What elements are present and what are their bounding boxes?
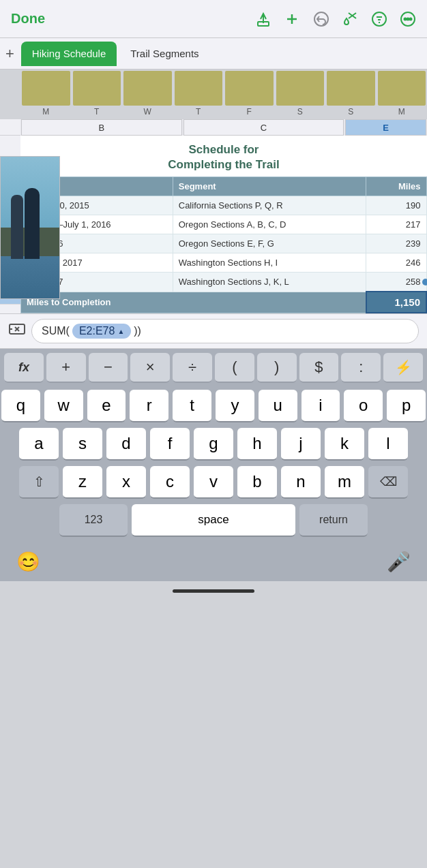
key-a[interactable]: a bbox=[19, 428, 59, 461]
plus-key[interactable]: + bbox=[46, 353, 86, 383]
day-label-fri: F bbox=[225, 107, 274, 117]
key-b[interactable]: b bbox=[237, 466, 277, 499]
svg-point-11 bbox=[404, 18, 407, 20]
day-label-mon1: M bbox=[22, 107, 70, 117]
col-header-b[interactable]: B bbox=[21, 119, 182, 136]
more-icon[interactable] bbox=[400, 11, 416, 27]
key-j[interactable]: j bbox=[281, 428, 321, 461]
color-bar-6 bbox=[276, 71, 325, 106]
share-icon[interactable] bbox=[255, 11, 271, 27]
table-row[interactable]: Summer 2017 Washington Sections H, I 246 bbox=[21, 253, 427, 273]
minus-key[interactable]: − bbox=[89, 353, 128, 383]
multiply-key[interactable]: × bbox=[130, 353, 170, 383]
key-r[interactable]: r bbox=[130, 390, 168, 422]
key-m[interactable]: m bbox=[325, 466, 364, 499]
table-footer-row[interactable]: Miles to Completion 1,150 bbox=[21, 292, 427, 313]
toolbar: Done bbox=[0, 0, 427, 38]
colon-key[interactable]: : bbox=[341, 353, 381, 383]
table-content: Schedule for Completing the Trail Date S… bbox=[20, 136, 427, 313]
color-bar-8 bbox=[378, 71, 426, 106]
undo-icon[interactable] bbox=[312, 10, 330, 28]
key-n[interactable]: n bbox=[281, 466, 321, 499]
space-key[interactable]: space bbox=[132, 504, 295, 537]
table-row[interactable]: Fall 2017 Washington Sections J, K, L 25… bbox=[21, 273, 427, 292]
dollar-key[interactable]: $ bbox=[299, 353, 339, 383]
key-d[interactable]: d bbox=[106, 428, 146, 461]
key-i[interactable]: i bbox=[301, 390, 340, 422]
key-v[interactable]: v bbox=[194, 466, 233, 499]
day-label-wed: W bbox=[123, 107, 172, 117]
delete-button[interactable] bbox=[8, 320, 26, 342]
table-row[interactable]: June 20–July 1, 2016 Oregon Sections A, … bbox=[21, 215, 427, 234]
key-e[interactable]: e bbox=[87, 390, 126, 422]
bolt-key[interactable]: ⚡ bbox=[383, 353, 423, 383]
table-title: Schedule for Completing the Trail bbox=[20, 136, 427, 176]
svg-point-12 bbox=[407, 18, 409, 20]
day-labels: M T W T F S S M bbox=[0, 107, 427, 119]
day-label-sun: S bbox=[327, 107, 375, 117]
table-row[interactable]: Fall 2016 Oregon Sections E, F, G 239 bbox=[21, 234, 427, 253]
key-l[interactable]: l bbox=[368, 428, 408, 461]
day-label-sat: S bbox=[276, 107, 325, 117]
key-g[interactable]: g bbox=[194, 428, 233, 461]
home-indicator bbox=[0, 581, 427, 598]
fx-key[interactable]: fx bbox=[4, 353, 44, 383]
key-s[interactable]: s bbox=[63, 428, 102, 461]
key-x[interactable]: x bbox=[106, 466, 146, 499]
open-paren-key[interactable]: ( bbox=[215, 353, 254, 383]
key-y[interactable]: y bbox=[216, 390, 254, 422]
key-p[interactable]: p bbox=[387, 390, 426, 422]
tab-trail-segments[interactable]: Trail Segments bbox=[119, 42, 209, 66]
tab-hiking-schedule[interactable]: Hiking Schedule bbox=[21, 42, 117, 66]
paint-icon[interactable] bbox=[342, 11, 359, 27]
backspace-key[interactable]: ⌫ bbox=[368, 466, 408, 499]
day-label-mon2: M bbox=[378, 107, 426, 117]
close-paren-key[interactable]: ) bbox=[257, 353, 297, 383]
data-table: Date Segment Miles July 5–20, 2015 Calif… bbox=[20, 176, 427, 313]
color-bar-5 bbox=[225, 71, 274, 106]
keyboard: q w e r t y u i o p a s d f g h j k l ⇧ … bbox=[0, 387, 427, 545]
key-k[interactable]: k bbox=[325, 428, 364, 461]
key-f[interactable]: f bbox=[150, 428, 190, 461]
formula-input[interactable]: SUM( E2:E78 ▲ )) bbox=[31, 319, 419, 343]
color-bar-2 bbox=[73, 71, 121, 106]
key-t[interactable]: t bbox=[173, 390, 211, 422]
table-header-row: Date Segment Miles bbox=[21, 177, 427, 196]
key-q[interactable]: q bbox=[1, 390, 40, 422]
toolbar-icons bbox=[255, 10, 416, 28]
color-bar-4 bbox=[175, 71, 223, 106]
key-w[interactable]: w bbox=[44, 390, 83, 422]
tab-bar: + Hiking Schedule Trail Segments bbox=[0, 38, 427, 69]
miles-completion-value[interactable]: 1,150 bbox=[366, 292, 426, 313]
keyboard-row-4: 123 space return bbox=[1, 504, 426, 537]
emoji-button[interactable]: 😊 bbox=[16, 551, 40, 573]
svg-rect-0 bbox=[258, 22, 269, 26]
key-u[interactable]: u bbox=[259, 390, 297, 422]
filter-icon[interactable] bbox=[371, 11, 387, 27]
return-key[interactable]: return bbox=[299, 504, 368, 537]
column-header-row: B C E bbox=[0, 119, 427, 136]
key-z[interactable]: z bbox=[63, 466, 102, 499]
col-header-e[interactable]: E bbox=[345, 119, 426, 136]
keyboard-row-3: ⇧ z x c v b n m ⌫ bbox=[1, 466, 426, 499]
formula-function: SUM( bbox=[42, 325, 70, 337]
numbers-key[interactable]: 123 bbox=[59, 504, 128, 537]
color-bars bbox=[0, 69, 427, 107]
done-button[interactable]: Done bbox=[11, 11, 45, 27]
color-bar-7 bbox=[327, 71, 375, 106]
col-header-c[interactable]: C bbox=[183, 119, 344, 136]
mic-button[interactable]: 🎤 bbox=[387, 551, 411, 573]
divide-key[interactable]: ÷ bbox=[173, 353, 212, 383]
key-c[interactable]: c bbox=[150, 466, 190, 499]
add-sheet-button[interactable]: + bbox=[5, 45, 14, 63]
key-h[interactable]: h bbox=[237, 428, 277, 461]
add-icon[interactable] bbox=[284, 11, 300, 27]
svg-point-13 bbox=[410, 18, 412, 20]
keyboard-bottom-bar: 😊 🎤 bbox=[0, 545, 427, 581]
key-o[interactable]: o bbox=[344, 390, 383, 422]
table-row[interactable]: July 5–20, 2015 California Sections P, Q… bbox=[21, 196, 427, 215]
formula-range[interactable]: E2:E78 ▲ bbox=[72, 324, 131, 339]
keyboard-row-2: a s d f g h j k l bbox=[1, 428, 426, 461]
miles-completion-label: Miles to Completion bbox=[21, 292, 366, 313]
shift-key[interactable]: ⇧ bbox=[19, 466, 59, 499]
